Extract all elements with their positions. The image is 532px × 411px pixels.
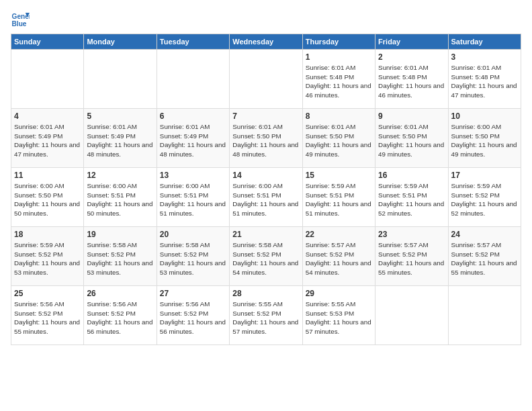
cell-info: Sunrise: 6:00 AMSunset: 5:50 PMDaylight:… — [451, 122, 518, 159]
cell-info: Sunrise: 6:00 AMSunset: 5:51 PMDaylight:… — [232, 181, 299, 218]
day-number: 21 — [232, 230, 299, 239]
calendar-cell — [448, 286, 521, 345]
calendar-week-4: 18Sunrise: 5:59 AMSunset: 5:52 PMDayligh… — [11, 227, 521, 286]
day-number: 14 — [232, 171, 299, 180]
cell-info: Sunrise: 6:01 AMSunset: 5:50 PMDaylight:… — [378, 122, 445, 159]
calendar-cell: 6Sunrise: 6:01 AMSunset: 5:49 PMDaylight… — [157, 109, 229, 168]
calendar-cell: 22Sunrise: 5:57 AMSunset: 5:52 PMDayligh… — [302, 227, 375, 286]
logo: General Blue — [11, 11, 32, 30]
day-number: 26 — [87, 289, 153, 298]
calendar-cell: 17Sunrise: 5:59 AMSunset: 5:52 PMDayligh… — [448, 168, 521, 227]
calendar-cell: 11Sunrise: 6:00 AMSunset: 5:50 PMDayligh… — [11, 168, 84, 227]
day-number: 29 — [306, 289, 372, 298]
calendar-cell: 8Sunrise: 6:01 AMSunset: 5:50 PMDaylight… — [302, 109, 375, 168]
cell-info: Sunrise: 6:01 AMSunset: 5:50 PMDaylight:… — [232, 122, 299, 159]
calendar-cell — [375, 286, 448, 345]
cell-info: Sunrise: 5:57 AMSunset: 5:52 PMDaylight:… — [306, 240, 372, 277]
cell-info: Sunrise: 6:01 AMSunset: 5:49 PMDaylight:… — [14, 122, 81, 159]
day-number: 7 — [232, 111, 299, 121]
calendar-cell: 4Sunrise: 6:01 AMSunset: 5:49 PMDaylight… — [11, 109, 84, 168]
day-number: 15 — [306, 171, 372, 180]
col-header-monday: Monday — [84, 34, 157, 50]
calendar-cell: 18Sunrise: 5:59 AMSunset: 5:52 PMDayligh… — [11, 227, 84, 286]
svg-text:Blue: Blue — [12, 20, 27, 28]
calendar-cell: 26Sunrise: 5:56 AMSunset: 5:52 PMDayligh… — [84, 286, 157, 345]
cell-info: Sunrise: 6:01 AMSunset: 5:48 PMDaylight:… — [378, 63, 445, 100]
cell-info: Sunrise: 6:01 AMSunset: 5:48 PMDaylight:… — [451, 63, 518, 100]
cell-info: Sunrise: 5:56 AMSunset: 5:52 PMDaylight:… — [87, 300, 153, 336]
calendar-cell — [157, 50, 229, 109]
calendar-cell: 7Sunrise: 6:01 AMSunset: 5:50 PMDaylight… — [230, 109, 302, 168]
calendar-cell: 5Sunrise: 6:01 AMSunset: 5:49 PMDaylight… — [84, 109, 157, 168]
calendar-cell: 10Sunrise: 6:00 AMSunset: 5:50 PMDayligh… — [448, 109, 521, 168]
cell-info: Sunrise: 5:56 AMSunset: 5:52 PMDaylight:… — [14, 300, 81, 336]
day-number: 24 — [451, 230, 518, 239]
calendar-cell: 28Sunrise: 5:55 AMSunset: 5:52 PMDayligh… — [230, 286, 302, 345]
calendar-cell — [11, 50, 84, 109]
cell-info: Sunrise: 6:01 AMSunset: 5:50 PMDaylight:… — [306, 122, 372, 159]
day-number: 28 — [232, 289, 299, 298]
calendar-cell: 21Sunrise: 5:58 AMSunset: 5:52 PMDayligh… — [230, 227, 302, 286]
day-number: 23 — [378, 230, 445, 239]
day-number: 9 — [378, 111, 445, 121]
calendar-cell: 27Sunrise: 5:56 AMSunset: 5:52 PMDayligh… — [157, 286, 229, 345]
cell-info: Sunrise: 5:59 AMSunset: 5:52 PMDaylight:… — [14, 240, 81, 277]
calendar-cell: 3Sunrise: 6:01 AMSunset: 5:48 PMDaylight… — [448, 50, 521, 109]
calendar-cell: 14Sunrise: 6:00 AMSunset: 5:51 PMDayligh… — [230, 168, 302, 227]
day-number: 13 — [160, 171, 226, 180]
header-row: SundayMondayTuesdayWednesdayThursdayFrid… — [11, 34, 521, 50]
cell-info: Sunrise: 6:01 AMSunset: 5:48 PMDaylight:… — [306, 63, 372, 100]
day-number: 18 — [14, 230, 81, 239]
day-number: 6 — [160, 111, 226, 121]
col-header-friday: Friday — [375, 34, 448, 50]
day-number: 17 — [451, 171, 518, 180]
day-number: 1 — [306, 52, 372, 62]
calendar-cell: 12Sunrise: 6:00 AMSunset: 5:51 PMDayligh… — [84, 168, 157, 227]
calendar-week-3: 11Sunrise: 6:00 AMSunset: 5:50 PMDayligh… — [11, 168, 521, 227]
day-number: 16 — [378, 171, 445, 180]
cell-info: Sunrise: 5:57 AMSunset: 5:52 PMDaylight:… — [451, 240, 518, 277]
col-header-sunday: Sunday — [11, 34, 84, 50]
day-number: 20 — [160, 230, 226, 239]
day-number: 4 — [14, 111, 81, 121]
calendar-cell: 29Sunrise: 5:55 AMSunset: 5:53 PMDayligh… — [302, 286, 375, 345]
logo-icon: General Blue — [11, 11, 30, 30]
calendar-cell: 20Sunrise: 5:58 AMSunset: 5:52 PMDayligh… — [157, 227, 229, 286]
cell-info: Sunrise: 5:59 AMSunset: 5:51 PMDaylight:… — [306, 181, 372, 218]
calendar-table: SundayMondayTuesdayWednesdayThursdayFrid… — [11, 34, 521, 345]
day-number: 3 — [451, 52, 518, 62]
calendar-cell: 2Sunrise: 6:01 AMSunset: 5:48 PMDaylight… — [375, 50, 448, 109]
day-number: 22 — [306, 230, 372, 239]
day-number: 2 — [378, 52, 445, 62]
cell-info: Sunrise: 5:56 AMSunset: 5:52 PMDaylight:… — [160, 300, 226, 336]
calendar-cell — [84, 50, 157, 109]
cell-info: Sunrise: 5:55 AMSunset: 5:53 PMDaylight:… — [306, 300, 372, 336]
day-number: 12 — [87, 171, 153, 180]
col-header-wednesday: Wednesday — [230, 34, 302, 50]
cell-info: Sunrise: 5:58 AMSunset: 5:52 PMDaylight:… — [87, 240, 153, 277]
cell-info: Sunrise: 5:59 AMSunset: 5:52 PMDaylight:… — [451, 181, 518, 218]
day-number: 27 — [160, 289, 226, 298]
cell-info: Sunrise: 6:01 AMSunset: 5:49 PMDaylight:… — [87, 122, 153, 159]
calendar-cell: 23Sunrise: 5:57 AMSunset: 5:52 PMDayligh… — [375, 227, 448, 286]
day-number: 8 — [306, 111, 372, 121]
calendar-cell: 1Sunrise: 6:01 AMSunset: 5:48 PMDaylight… — [302, 50, 375, 109]
col-header-tuesday: Tuesday — [157, 34, 229, 50]
day-number: 25 — [14, 289, 81, 298]
calendar-week-2: 4Sunrise: 6:01 AMSunset: 5:49 PMDaylight… — [11, 109, 521, 168]
calendar-cell: 19Sunrise: 5:58 AMSunset: 5:52 PMDayligh… — [84, 227, 157, 286]
col-header-saturday: Saturday — [448, 34, 521, 50]
calendar-cell: 13Sunrise: 6:00 AMSunset: 5:51 PMDayligh… — [157, 168, 229, 227]
day-number: 11 — [14, 171, 81, 180]
calendar-cell: 15Sunrise: 5:59 AMSunset: 5:51 PMDayligh… — [302, 168, 375, 227]
cell-info: Sunrise: 5:58 AMSunset: 5:52 PMDaylight:… — [232, 240, 299, 277]
cell-info: Sunrise: 5:55 AMSunset: 5:52 PMDaylight:… — [232, 300, 299, 336]
calendar-cell: 9Sunrise: 6:01 AMSunset: 5:50 PMDaylight… — [375, 109, 448, 168]
day-number: 19 — [87, 230, 153, 239]
calendar-cell — [230, 50, 302, 109]
cell-info: Sunrise: 6:00 AMSunset: 5:50 PMDaylight:… — [14, 181, 81, 218]
cell-info: Sunrise: 6:00 AMSunset: 5:51 PMDaylight:… — [160, 181, 226, 218]
day-number: 10 — [451, 111, 518, 121]
calendar-cell: 24Sunrise: 5:57 AMSunset: 5:52 PMDayligh… — [448, 227, 521, 286]
calendar-cell: 16Sunrise: 5:59 AMSunset: 5:51 PMDayligh… — [375, 168, 448, 227]
